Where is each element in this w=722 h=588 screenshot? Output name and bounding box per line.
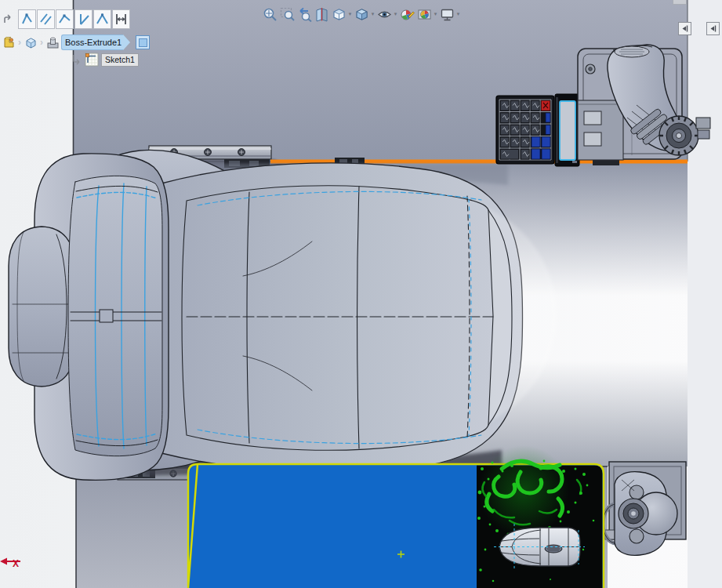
constraint-parallel-button[interactable] (37, 9, 55, 29)
quick-constraints-toolbar (1, 9, 130, 29)
solid-body-icon[interactable] (24, 35, 38, 49)
zoom-to-area-icon (280, 7, 295, 22)
section-view-icon (314, 7, 329, 22)
collapse-pane-icon (680, 24, 689, 33)
edit-appearance-button[interactable] (399, 5, 415, 23)
triad-x-label: X (13, 558, 19, 569)
pane-controls (678, 22, 720, 35)
dropdown-caret[interactable]: ▾ (455, 11, 461, 17)
apply-scene-icon (417, 7, 432, 22)
dropdown-caret[interactable]: ▾ (347, 11, 353, 17)
hide-show-items-button[interactable] (376, 5, 393, 23)
feature-label: Boss-Extrude1 (65, 38, 122, 47)
keypad-side-panel (555, 94, 579, 166)
view-orientation-icon (332, 7, 346, 22)
constraint-coincident-button[interactable] (56, 9, 74, 29)
joystick-side-tab (696, 118, 710, 129)
flyout-arrow-icon[interactable] (1, 12, 16, 27)
sketch-plane-icon (139, 38, 147, 47)
constraint-angle-button[interactable] (18, 9, 36, 29)
dropdown-caret[interactable]: ▾ (370, 11, 376, 17)
hide-show-items-icon (377, 7, 392, 22)
tree-elbow-icon (72, 54, 82, 65)
view-orientation-button[interactable] (331, 5, 347, 23)
zoom-to-area-button[interactable] (279, 5, 296, 23)
seat-cushion (182, 186, 512, 451)
mousepad[interactable] (188, 445, 604, 588)
sketch-tree-item[interactable]: Sketch1 (101, 53, 139, 67)
dropdown-caret[interactable]: ▾ (393, 11, 398, 17)
sketch-icon[interactable] (85, 53, 99, 67)
constraint-parallel-icon (38, 12, 53, 27)
sketch-tree-row: Sketch1 (72, 52, 139, 67)
headrest (9, 227, 74, 387)
sketch-plane-button[interactable] (136, 35, 150, 49)
breadcrumb: › › Boss-Extrude1 (2, 34, 150, 50)
dropdown-caret[interactable]: ▾ (433, 11, 438, 17)
constraint-angle-icon (20, 12, 34, 27)
constraint-perpendicular-icon (76, 12, 91, 27)
boss-extrude-icon[interactable] (45, 35, 60, 49)
backrest-cushion (68, 176, 162, 456)
dimension-horizontal-button[interactable] (112, 9, 130, 29)
sketch-label: Sketch1 (105, 55, 135, 64)
part-icon[interactable] (2, 35, 16, 49)
section-view-button[interactable] (314, 5, 330, 23)
heads-up-toolbar: ▾ ▾ ▾ ▾ ▾ (262, 4, 461, 24)
edit-appearance-icon (400, 7, 415, 22)
display-style-button[interactable] (354, 5, 370, 23)
dimension-horizontal-icon (114, 12, 129, 27)
previous-view-icon (297, 7, 312, 22)
joystick-gear (659, 116, 698, 155)
collapse-pane-icon (709, 24, 717, 33)
constraint-symmetric-button[interactable] (93, 9, 111, 29)
floor-right-strip (688, 0, 722, 588)
breadcrumb-feature-item[interactable]: Boss-Extrude1 (61, 34, 123, 50)
collapse-pane-button-2[interactable] (706, 22, 720, 35)
task-pane-tab[interactable] (673, 0, 687, 5)
display-style-icon (354, 7, 369, 22)
office-chair[interactable] (9, 150, 557, 480)
zoom-to-fit-button[interactable] (262, 5, 278, 23)
view-settings-icon (440, 7, 455, 22)
constraint-coincident-icon (57, 12, 72, 27)
pod-knob (619, 499, 648, 528)
joystick-bracket (578, 100, 623, 160)
previous-view-button[interactable] (296, 5, 313, 23)
edge-clamp-2 (593, 160, 619, 165)
gaming-keypad[interactable] (496, 94, 579, 166)
apply-scene-button[interactable] (416, 5, 433, 23)
constraint-perpendicular-button[interactable] (74, 9, 93, 29)
constraint-symmetric-icon (95, 12, 110, 27)
viewport-3d[interactable]: X (0, 0, 722, 588)
zoom-to-fit-icon (263, 7, 278, 22)
collapse-pane-button[interactable] (678, 22, 691, 35)
view-settings-button[interactable] (439, 5, 455, 23)
